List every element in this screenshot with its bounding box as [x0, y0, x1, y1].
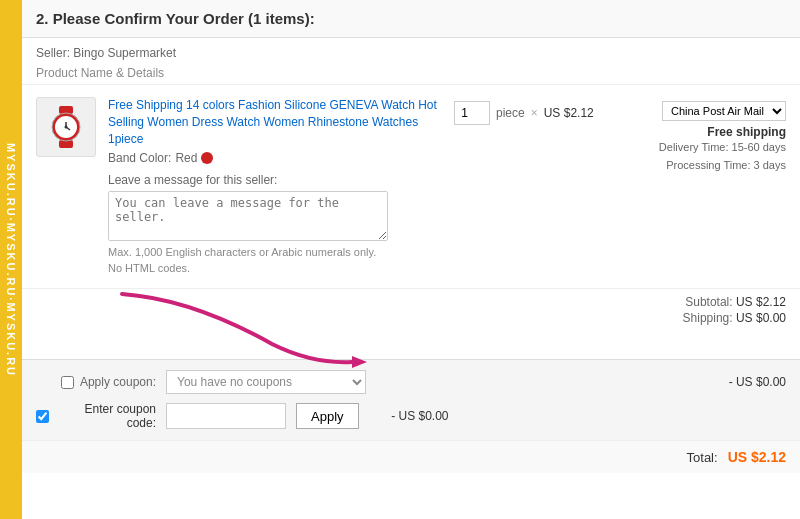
coupon-section: Apply coupon: You have no coupons - US $…	[22, 359, 800, 440]
enter-coupon-code-label[interactable]: Enter coupon code:	[36, 402, 156, 430]
total-label: Total:	[687, 450, 718, 465]
shipping-section: China Post Air Mail Free shipping Delive…	[626, 97, 786, 174]
delivery-time: Delivery Time: 15-60 days	[626, 139, 786, 157]
enter-coupon-code-row: Enter coupon code: Apply - US $0.00	[36, 402, 786, 430]
page-header: 2. Please Confirm Your Order (1 items):	[22, 0, 800, 38]
shipping-cost-row: Shipping: US $0.00	[36, 311, 786, 325]
multiply-sign: ×	[531, 106, 538, 120]
color-dot-icon	[201, 152, 213, 164]
message-label: Leave a message for this seller:	[108, 173, 442, 187]
apply-coupon-row: Apply coupon: You have no coupons - US $…	[36, 370, 786, 394]
processing-time: Processing Time: 3 days	[626, 157, 786, 175]
product-name-column-label: Product Name & Details	[36, 66, 786, 80]
band-color-value: Red	[175, 151, 197, 165]
seller-message-input[interactable]	[108, 191, 388, 241]
coupon-dropdown[interactable]: You have no coupons	[166, 370, 366, 394]
page-title: 2. Please Confirm Your Order (1 items):	[36, 10, 315, 27]
watermark-text: MYSKU.RU·MYSKU.RU·MYSKU.RU	[5, 142, 17, 376]
enter-coupon-checkbox[interactable]	[36, 410, 49, 423]
coupon-discount-value: - US $0.00	[706, 375, 786, 389]
subtotal-value: US $2.12	[736, 295, 786, 309]
main-content: 2. Please Confirm Your Order (1 items): …	[22, 0, 800, 519]
qty-price-section: piece × US $2.12	[454, 97, 614, 125]
coupon-dropdown-wrap: You have no coupons	[166, 370, 696, 394]
band-color-label: Band Color:	[108, 151, 171, 165]
shipping-cost-label: Shipping:	[683, 311, 733, 325]
seller-name: Bingo Supermarket	[73, 46, 176, 60]
annotation-area: Subtotal: US $2.12 Shipping: US $0.00	[22, 289, 800, 359]
coupon-code-input[interactable]	[166, 403, 286, 429]
product-details: Free Shipping 14 colors Fashion Silicone…	[108, 97, 442, 276]
total-row: Total: US $2.12	[22, 440, 800, 473]
quantity-unit: piece	[496, 106, 525, 120]
free-shipping-label: Free shipping	[626, 125, 786, 139]
seller-row: Seller: Bingo Supermarket	[22, 38, 800, 62]
subtotal-row: Subtotal: US $2.12	[36, 295, 786, 309]
seller-label: Seller:	[36, 46, 70, 60]
product-price: US $2.12	[544, 106, 594, 120]
product-column-header: Product Name & Details	[22, 62, 800, 85]
product-image	[36, 97, 96, 157]
band-color-row: Band Color: Red	[108, 151, 442, 165]
total-value: US $2.12	[728, 449, 786, 465]
product-row: Free Shipping 14 colors Fashion Silicone…	[22, 85, 800, 289]
shipping-cost-value: US $0.00	[736, 311, 786, 325]
svg-point-6	[65, 126, 68, 129]
apply-coupon-button[interactable]: Apply	[296, 403, 359, 429]
apply-coupon-checkbox[interactable]	[61, 376, 74, 389]
quantity-input[interactable]	[454, 101, 490, 125]
coupon-code-discount-value: - US $0.00	[369, 409, 449, 423]
subtotal-section: Subtotal: US $2.12 Shipping: US $0.00	[22, 289, 800, 333]
message-note: Max. 1,000 English characters or Arabic …	[108, 245, 388, 276]
watermark: MYSKU.RU·MYSKU.RU·MYSKU.RU	[0, 0, 22, 519]
shipping-method-dropdown[interactable]: China Post Air Mail	[662, 101, 786, 121]
subtotal-label: Subtotal:	[685, 295, 732, 309]
product-name[interactable]: Free Shipping 14 colors Fashion Silicone…	[108, 97, 442, 147]
apply-coupon-label[interactable]: Apply coupon:	[36, 375, 156, 389]
